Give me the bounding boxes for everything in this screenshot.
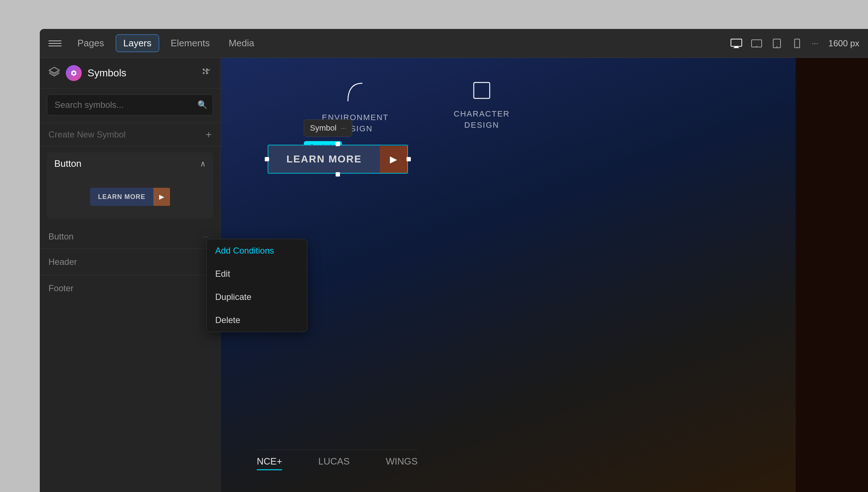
- environment-icon: [344, 80, 366, 110]
- button-preview-text: LEARN MORE: [90, 188, 153, 206]
- sidebar-header: Symbols: [40, 58, 220, 89]
- sidebar: Symbols 🔍 Create New Symbol +: [40, 58, 221, 492]
- create-symbol-label: Create New Symbol: [48, 130, 125, 140]
- character-label: CHARACTERDESIGN: [454, 109, 510, 131]
- section-footer-name: Footer: [48, 283, 73, 293]
- context-menu-item-duplicate[interactable]: Duplicate: [207, 285, 307, 309]
- symbol-popup: Symbol ···: [304, 119, 352, 137]
- mobile-icon[interactable]: [790, 38, 804, 49]
- character-icon: [471, 80, 493, 103]
- device-switcher: [729, 38, 804, 49]
- svg-point-6: [776, 46, 778, 47]
- canvas-nav-tabs: NCE+ LUCAS WINGS: [257, 450, 418, 470]
- svg-rect-2: [733, 47, 739, 48]
- layers-icon: [48, 67, 60, 80]
- context-menu-item-edit[interactable]: Edit: [207, 262, 307, 285]
- context-menu-item-delete[interactable]: Delete: [207, 309, 307, 332]
- section-header-name: Header: [48, 257, 77, 267]
- symbol-group-button: Button ∧ LEARN MORE ▶: [47, 152, 213, 219]
- search-input[interactable]: [47, 94, 213, 115]
- symbol-popup-label: Symbol: [310, 123, 336, 133]
- canvas-selected-button: LEARN MORE ▶: [268, 145, 408, 174]
- main-content: Symbols 🔍 Create New Symbol +: [40, 58, 868, 492]
- symbol-popup-dots-icon[interactable]: ···: [341, 124, 346, 132]
- section-item-header[interactable]: Header ∨: [40, 249, 220, 275]
- symbol-group-name: Button: [54, 158, 81, 169]
- more-options-icon[interactable]: ···: [812, 39, 818, 48]
- svg-rect-1: [735, 46, 738, 47]
- tab-media[interactable]: Media: [221, 35, 261, 52]
- right-panel: [796, 58, 868, 492]
- canvas-nav-tab-nce[interactable]: NCE+: [257, 456, 282, 470]
- symbol-list-item-name: Button: [48, 232, 73, 242]
- svg-point-9: [73, 72, 75, 74]
- canvas-nav-tab-lucas[interactable]: LUCAS: [318, 456, 350, 470]
- svg-point-8: [797, 46, 797, 47]
- button-preview-arrow-icon: ▶: [153, 188, 170, 206]
- tab-elements[interactable]: Elements: [163, 35, 217, 52]
- tab-pages[interactable]: Pages: [70, 35, 111, 52]
- create-symbol-row[interactable]: Create New Symbol +: [40, 123, 220, 147]
- context-menu-item-add-conditions[interactable]: Add Conditions: [207, 239, 307, 262]
- svg-rect-10: [474, 82, 490, 98]
- resize-handle-right[interactable]: [407, 157, 411, 161]
- search-icon: 🔍: [197, 100, 207, 110]
- tab-layers[interactable]: Layers: [116, 34, 159, 52]
- symbol-group-header[interactable]: Button ∧: [47, 152, 213, 175]
- tablet-landscape-icon[interactable]: [749, 38, 764, 49]
- section-item-footer[interactable]: Footer ∨: [40, 275, 220, 301]
- sidebar-title: Symbols: [88, 67, 196, 79]
- symbol-badge: [66, 65, 82, 81]
- symbol-list-item-button: Button ···: [40, 224, 220, 249]
- canvas-button-text: LEARN MORE: [268, 145, 380, 173]
- hamburger-menu[interactable]: [48, 37, 61, 50]
- resize-handle-top[interactable]: [336, 142, 340, 146]
- svg-rect-0: [731, 39, 742, 46]
- desktop-icon[interactable]: [729, 38, 744, 49]
- search-bar: 🔍: [47, 94, 213, 115]
- grid-icon[interactable]: [201, 67, 212, 80]
- create-symbol-plus-icon: +: [206, 129, 212, 140]
- design-item-character: CHARACTERDESIGN: [454, 80, 510, 135]
- context-menu: Add Conditions Edit Duplicate Delete: [206, 239, 307, 332]
- symbol-preview: LEARN MORE ▶: [47, 175, 213, 219]
- button-preview: LEARN MORE ▶: [90, 188, 170, 206]
- resize-handle-bottom[interactable]: [336, 172, 340, 177]
- app-window: Pages Layers Elements Media: [40, 29, 868, 492]
- resize-handle-left[interactable]: [265, 157, 269, 161]
- canvas-button-arrow-icon: ▶: [380, 146, 407, 173]
- symbol-group-chevron-icon: ∧: [200, 159, 206, 169]
- canvas-button[interactable]: LEARN MORE ▶: [268, 145, 408, 174]
- tablet-icon[interactable]: [770, 38, 784, 49]
- canvas-nav-tab-wings[interactable]: WINGS: [386, 456, 418, 470]
- canvas-width: 1600 px: [829, 38, 859, 48]
- svg-point-4: [756, 46, 757, 47]
- navbar: Pages Layers Elements Media: [40, 29, 868, 58]
